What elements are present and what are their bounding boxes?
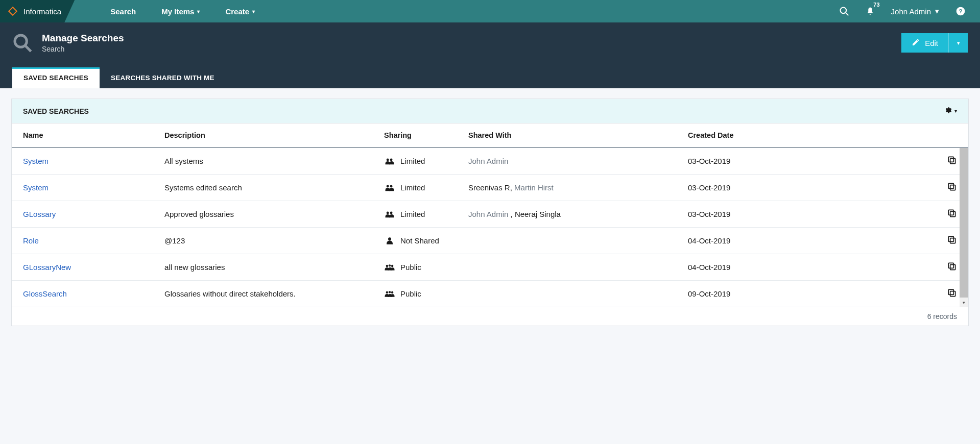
username: John Admin: [891, 7, 931, 16]
svg-rect-11: [948, 157, 953, 162]
chevron-down-icon: ▾: [252, 9, 255, 14]
chevron-down-icon: ▾: [935, 7, 939, 16]
chevron-down-icon: ▾: [954, 108, 957, 114]
svg-point-24: [389, 264, 391, 266]
page-titles: Manage Searches Search: [42, 33, 124, 53]
row-shared-with: John Admin , Neeraj Singla: [468, 210, 688, 218]
column-header-name[interactable]: Name: [23, 131, 164, 139]
svg-point-17: [390, 211, 393, 214]
records-count: 6 records: [927, 312, 957, 320]
svg-rect-31: [950, 291, 955, 297]
copy-icon[interactable]: [947, 288, 957, 298]
table-row: Role@123Not Shared04-Oct-2019: [12, 228, 968, 254]
table-row: GlossSearchGlossaries without direct sta…: [12, 281, 968, 307]
svg-point-6: [15, 35, 27, 47]
row-description: Approved glossaries: [164, 210, 384, 218]
svg-point-30: [391, 291, 393, 293]
help-icon[interactable]: ?: [955, 6, 966, 16]
search-icon[interactable]: [839, 6, 849, 16]
sub-header: Manage Searches Search Edit ▾ SAVED SEAR…: [0, 22, 980, 88]
nav-link-search[interactable]: Search: [110, 7, 136, 16]
edit-button-group: Edit ▾: [901, 33, 968, 53]
copy-icon[interactable]: [947, 235, 957, 245]
nav-link-create[interactable]: Create ▾: [225, 7, 255, 16]
nav-link-label: Create: [225, 7, 249, 16]
edit-dropdown-button[interactable]: ▾: [948, 33, 968, 53]
sharing-icon: [384, 236, 395, 245]
shared-user: , Neeraj Singla: [508, 210, 561, 218]
row-description: Glossaries without direct stakeholders.: [164, 289, 384, 298]
edit-button-label: Edit: [925, 39, 938, 47]
sharing-label: Not Shared: [400, 236, 439, 245]
svg-rect-32: [948, 289, 953, 294]
row-shared-with: Sreenivas R, Martin Hirst: [468, 183, 688, 192]
column-header-created-date[interactable]: Created Date: [688, 131, 770, 139]
row-created-date: 04-Oct-2019: [688, 263, 770, 272]
svg-rect-15: [948, 183, 953, 188]
svg-line-7: [25, 45, 31, 52]
nav-link-label: Search: [110, 7, 136, 16]
tab-label: SAVED SEARCHES: [23, 74, 88, 82]
scrollbar-thumb[interactable]: [960, 148, 968, 298]
nav-link-my-items[interactable]: My Items ▾: [161, 7, 200, 16]
row-created-date: 03-Oct-2019: [688, 183, 770, 192]
table-row: SystemAll systemsLimitedJohn Admin03-Oct…: [12, 148, 968, 175]
row-name-link[interactable]: System: [23, 157, 49, 165]
svg-rect-21: [950, 238, 955, 243]
row-name-link[interactable]: GlossSearch: [23, 289, 67, 298]
row-sharing: Public: [384, 263, 468, 272]
column-header-shared-with[interactable]: Shared With: [468, 131, 688, 139]
sharing-icon: [384, 263, 395, 272]
shared-user: John Admin: [468, 210, 508, 218]
svg-point-29: [389, 291, 391, 293]
tabs: SAVED SEARCHES SEARCHES SHARED WITH ME: [12, 67, 968, 88]
brand-area[interactable]: Informatica: [0, 0, 75, 22]
sharing-label: Limited: [400, 157, 425, 165]
table-row: GLossaryApproved glossariesLimitedJohn A…: [12, 201, 968, 228]
panel-title: SAVED SEARCHES: [23, 107, 89, 115]
table-body: SystemAll systemsLimitedJohn Admin03-Oct…: [12, 148, 968, 307]
svg-point-16: [387, 211, 389, 214]
chevron-down-icon: ▾: [197, 9, 200, 14]
table-header: Name Description Sharing Shared With Cre…: [12, 124, 968, 148]
row-name-link[interactable]: GLossaryNew: [23, 263, 71, 272]
sharing-icon: [384, 210, 395, 219]
panel-header: SAVED SEARCHES ▾: [12, 99, 968, 124]
row-sharing: Public: [384, 289, 468, 299]
column-header-sharing[interactable]: Sharing: [384, 131, 468, 139]
copy-icon[interactable]: [947, 155, 957, 165]
scrollbar-down-arrow[interactable]: ▾: [960, 298, 968, 307]
row-name-link[interactable]: GLossary: [23, 210, 56, 218]
svg-rect-27: [948, 263, 953, 268]
sharing-label: Public: [400, 289, 421, 298]
tab-label: SEARCHES SHARED WITH ME: [111, 74, 214, 82]
row-name-link[interactable]: Role: [23, 236, 39, 245]
svg-point-8: [387, 158, 389, 161]
copy-icon[interactable]: [947, 208, 957, 218]
row-description: @123: [164, 236, 384, 245]
panel-settings-button[interactable]: ▾: [944, 106, 957, 116]
column-header-description[interactable]: Description: [164, 131, 384, 139]
tab-saved-searches[interactable]: SAVED SEARCHES: [12, 67, 100, 88]
user-menu[interactable]: John Admin ▾: [891, 7, 939, 16]
notifications-icon[interactable]: 73: [866, 7, 875, 16]
row-created-date: 03-Oct-2019: [688, 157, 770, 165]
edit-button[interactable]: Edit: [901, 33, 948, 53]
svg-point-12: [387, 185, 389, 187]
sharing-label: Limited: [400, 183, 425, 192]
gear-icon: [944, 106, 952, 116]
svg-point-23: [386, 264, 388, 266]
sharing-icon: [384, 289, 395, 299]
scrollbar[interactable]: ▾: [960, 148, 968, 307]
copy-icon[interactable]: [947, 261, 957, 272]
row-sharing: Limited: [384, 157, 468, 166]
copy-icon[interactable]: [947, 182, 957, 192]
row-description: All systems: [164, 157, 384, 165]
row-name-link[interactable]: System: [23, 183, 49, 192]
sub-header-top: Manage Searches Search Edit ▾: [12, 33, 968, 53]
nav-right: 73 John Admin ▾ ?: [839, 6, 980, 16]
tab-searches-shared-with-me[interactable]: SEARCHES SHARED WITH ME: [100, 67, 226, 88]
row-sharing: Limited: [384, 210, 468, 219]
shared-user: Sreenivas R,: [468, 183, 512, 192]
row-sharing: Not Shared: [384, 236, 468, 245]
